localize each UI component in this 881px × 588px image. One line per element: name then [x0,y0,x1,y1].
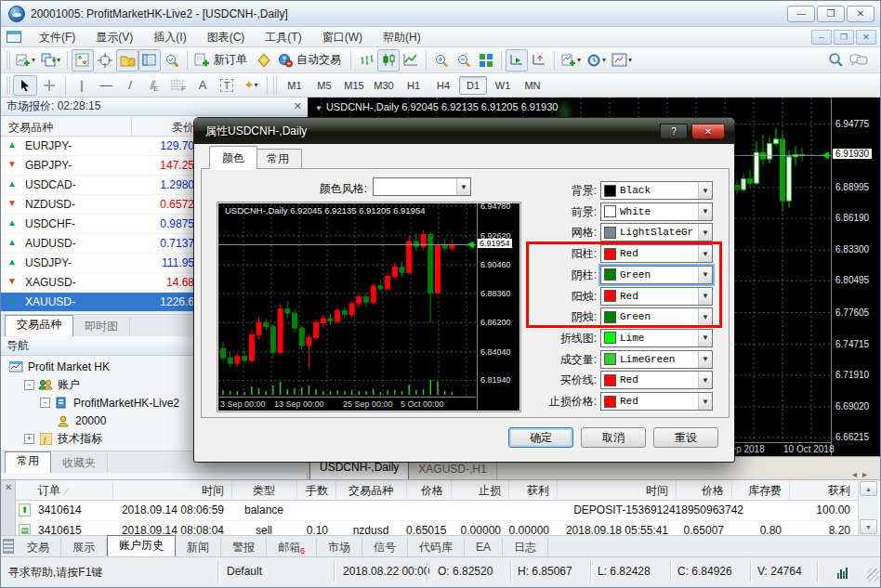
timeframe-h1-button[interactable]: H1 [400,76,427,95]
terminal-tab-10[interactable]: 日志 [503,539,548,556]
terminal-tab-7[interactable]: 信号 [362,539,408,556]
crosshair-tool[interactable] [37,75,61,96]
chart-tab-1[interactable]: XAGUSD-,H1 [409,461,496,479]
timeframe-m15-button[interactable]: M15 [340,76,368,95]
strategy-tester-toggle[interactable] [161,49,183,72]
dialog-tab-1[interactable]: 常用 [254,149,302,168]
chevron-down-icon[interactable]: ▼ [315,104,322,112]
profiles-button[interactable]: ▾ [38,49,63,72]
terminal-column-9[interactable]: 价格 [676,483,724,499]
zoom-in-button[interactable] [430,49,453,72]
dropdown-arrow-icon[interactable]: ▼ [698,308,712,325]
vertical-line-tool[interactable]: | [70,75,94,96]
resize-grip[interactable] [867,568,880,581]
channel-tool[interactable]: ⫽E [142,75,166,96]
terminal-column-8[interactable]: 时间 [557,483,668,499]
menu-item-2[interactable]: 插入(I) [143,27,196,47]
timeframe-mn-button[interactable]: MN [519,76,546,95]
timeframe-m1-button[interactable]: M1 [281,76,309,95]
dropdown-arrow-icon[interactable]: ▼ [698,245,712,262]
line-chart-button[interactable] [400,49,422,72]
menu-item-3[interactable]: 图表(C) [197,27,256,47]
market-watch-tab-0[interactable]: 交易品种 [5,315,73,336]
color-select-4[interactable]: Green ▼ [600,266,713,284]
child-close-button[interactable]: ✕ [856,30,876,45]
candle-chart-button[interactable] [377,49,400,72]
dropdown-arrow-icon[interactable]: ▼ [456,178,470,195]
chart-shift-toggle[interactable] [528,49,550,72]
terminal-column-7[interactable]: 获利 [508,483,549,499]
zoom-out-button[interactable] [453,49,475,72]
help-button[interactable]: ? [660,124,688,139]
terminal-column-11[interactable]: 获利 [789,483,850,499]
terminal-tab-3[interactable]: 新闻 [176,539,221,556]
color-style-select[interactable]: ▼ [373,177,471,196]
color-select-2[interactable]: LightSlateGr ▼ [600,223,713,242]
dropdown-arrow-icon[interactable]: ▼ [698,267,712,283]
timeframe-h4-button[interactable]: H4 [429,76,457,95]
color-select-0[interactable]: Black ▼ [600,181,713,200]
terminal-tab-6[interactable]: 市场 [317,539,362,556]
terminal-column-3[interactable]: 手数 [296,483,328,499]
menu-item-6[interactable]: 帮助(H) [373,27,431,47]
tab-scroll-arrows[interactable]: ◂▸ [852,469,873,479]
chart-window-icon[interactable] [7,31,21,43]
market-watch-toggle[interactable] [72,49,94,72]
column-symbol[interactable]: 交易品种 [8,120,53,136]
ok-button[interactable]: 确定 [508,427,573,448]
dialog-close-button[interactable]: ✕ [691,124,725,139]
minimize-button[interactable]: — [787,6,815,22]
fibonacci-tool[interactable]: F [166,75,191,96]
color-select-5[interactable]: Red ▼ [600,287,713,306]
terminal-column-2[interactable]: 类型 [231,483,296,499]
color-select-9[interactable]: Red ▼ [600,371,713,389]
dialog-title-bar[interactable]: 属性USDCNH-,Daily ? ✕ [194,118,734,144]
arrows-tool[interactable]: ✦▾ [239,75,263,96]
timeframe-w1-button[interactable]: W1 [489,76,517,95]
color-select-10[interactable]: Red ▼ [600,392,713,411]
menu-item-1[interactable]: 显示(V) [85,27,143,47]
terminal-column-6[interactable]: 止损 [451,483,501,499]
terminal-toggle[interactable] [138,49,161,72]
panel-stripe-icon[interactable] [3,539,14,554]
cancel-button[interactable]: 取消 [581,427,646,448]
menu-item-5[interactable]: 窗口(W) [312,27,373,47]
color-select-7[interactable]: Lime ▼ [600,329,713,347]
indicators-button[interactable]: ▾ [559,49,584,72]
dropdown-arrow-icon[interactable]: ▼ [698,330,712,346]
dropdown-arrow-icon[interactable]: ▼ [698,351,712,368]
bar-chart-button[interactable] [355,49,377,72]
terminal-tab-1[interactable]: 展示 [61,539,107,556]
tree-toggle-icon[interactable]: - [40,398,50,408]
horizontal-line-tool[interactable]: — [94,75,118,96]
dropdown-arrow-icon[interactable]: ▼ [698,203,712,220]
search-button[interactable] [824,49,847,72]
terminal-column-0[interactable]: 订单 ⟋ [38,483,70,499]
trendline-tool[interactable]: / [118,75,142,96]
navigator-toggle[interactable] [116,49,138,72]
menu-item-0[interactable]: 文件(F) [29,27,85,47]
reset-button[interactable]: 重设 [653,427,718,448]
terminal-tab-5[interactable]: 邮箱6 [267,539,317,556]
market-watch-tab-1[interactable]: 即时图 [73,318,130,336]
column-sell[interactable]: 卖价 [75,120,194,136]
timeframe-m30-button[interactable]: M30 [370,76,398,95]
restore-button[interactable]: ❐ [817,6,845,22]
market-watch-close-icon[interactable]: ✕ [294,100,302,112]
chat-button[interactable] [847,49,871,72]
navigator-tab-0[interactable]: 常用 [5,451,51,473]
toolbar-grip[interactable] [273,76,278,95]
timeframe-d1-button[interactable]: D1 [459,76,487,95]
color-select-8[interactable]: LimeGreen ▼ [600,350,713,369]
autoscroll-toggle[interactable] [506,49,528,72]
toolbar-grip[interactable] [7,51,11,70]
terminal-row-3410614[interactable]: ⬆34106142018.09.14 08:06:59balance100.00… [16,501,858,521]
dropdown-arrow-icon[interactable]: ▼ [698,288,712,305]
new-order-button[interactable]: 新订单 [191,49,253,72]
color-select-3[interactable]: Red ▼ [600,244,713,263]
status-profile[interactable]: Default [227,565,262,578]
terminal-tab-4[interactable]: 警报 [221,539,267,556]
navigator-tab-1[interactable]: 收藏夹 [51,454,108,473]
timeframe-m5-button[interactable]: M5 [310,76,338,95]
data-window-toggle[interactable] [94,49,116,72]
